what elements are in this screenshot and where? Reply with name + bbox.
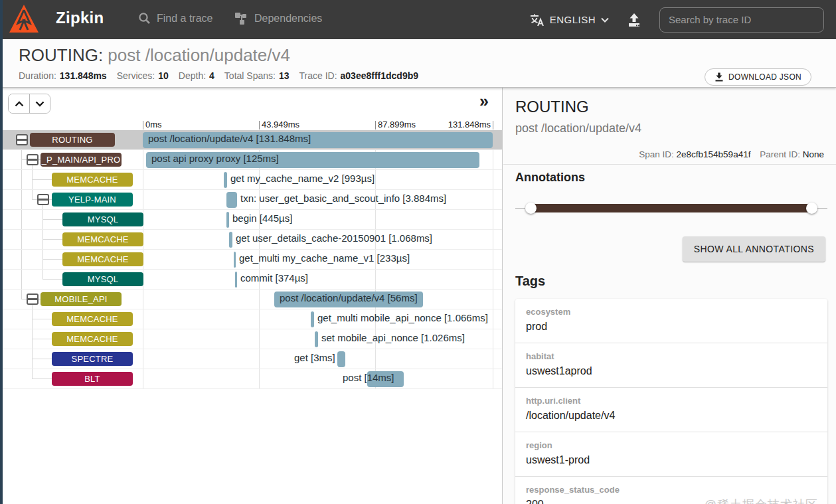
zipkin-logo-icon[interactable] xyxy=(8,3,40,35)
span-bar[interactable] xyxy=(224,172,227,188)
tag-row: http.uri.client/location/update/v4 xyxy=(515,388,827,432)
span-label: set mobile_api_nonce [1.026ms] xyxy=(321,332,465,343)
timeline-row[interactable]: ROUTINGpost /location/update/v4 [131.848… xyxy=(0,130,503,150)
service-badge[interactable]: ROUTING xyxy=(30,133,115,147)
timeline-row[interactable]: MEMCACHEset mobile_api_nonce [1.026ms] xyxy=(0,329,503,349)
search-input[interactable] xyxy=(659,7,824,33)
nav-find-a-trace-label: Find a trace xyxy=(157,13,212,25)
service-badge[interactable]: YELP-MAIN xyxy=(52,193,133,207)
trace-stat: Services:10 xyxy=(117,70,169,81)
download-icon xyxy=(714,72,724,82)
parent-id-label: Parent ID: xyxy=(760,149,800,159)
span-label: get user_details_cache-20150901 [1.068ms… xyxy=(236,232,432,244)
span-ids: Span ID: 2e8cfb154b59a41f Parent ID: Non… xyxy=(639,149,824,159)
span-bar[interactable] xyxy=(311,311,314,327)
span-bar[interactable] xyxy=(229,232,232,248)
collapse-toggle-icon[interactable] xyxy=(37,194,49,205)
slider-handle-left[interactable] xyxy=(525,203,537,214)
span-bar[interactable] xyxy=(226,212,229,228)
trace-stats: Duration:131.848msServices:10Depth:4Tota… xyxy=(19,70,418,81)
trace-title: ROUTING: post /location/update/v4 xyxy=(19,45,290,66)
service-badge[interactable]: MEMCACHE xyxy=(62,232,143,246)
span-bar[interactable] xyxy=(315,331,318,347)
timeline-panel: » 0ms43.949ms87.899ms131.848ms ROUTINGpo… xyxy=(0,88,503,504)
timeline-row[interactable]: SPECTREget [3ms] xyxy=(0,349,503,369)
slider-handle-right[interactable] xyxy=(806,203,817,214)
span-id-value: 2e8cfb154b59a41f xyxy=(677,149,751,159)
nav-dependencies[interactable]: Dependencies xyxy=(234,12,322,25)
tag-row: habitatuswest1aprod xyxy=(515,343,827,388)
collapse-toggle-icon[interactable] xyxy=(27,294,39,305)
dependencies-icon xyxy=(234,12,248,25)
span-label: post api proxy proxy [125ms] xyxy=(151,153,279,164)
timeline-row[interactable]: MYSQLcommit [374µs] xyxy=(0,270,503,290)
tag-key: http.uri.client xyxy=(526,394,817,407)
service-badge[interactable]: _P_MAIN/API_PRO xyxy=(41,153,122,167)
tag-value: uswest1aprod xyxy=(526,363,817,379)
search-icon xyxy=(138,12,151,25)
annotations-title: Annotations xyxy=(515,171,585,185)
axis-tick-label: 0ms xyxy=(145,120,162,129)
zipkin-app: Zipkin Find a trace Dependencies xyxy=(0,0,836,504)
timeline-row[interactable]: MEMCACHEget_multi my_cache_name_v1 [233µ… xyxy=(0,250,503,270)
download-json-label: DOWNLOAD JSON xyxy=(728,72,801,82)
service-badge[interactable]: MYSQL xyxy=(62,212,143,226)
span-bar[interactable] xyxy=(234,252,236,268)
service-badge[interactable]: MEMCACHE xyxy=(62,252,143,266)
service-badge[interactable]: SPECTRE xyxy=(52,352,133,366)
tag-row: ecosystemprod xyxy=(515,299,827,343)
tag-value: /location/update/v4 xyxy=(526,407,817,424)
service-badge[interactable]: MOBILE_API xyxy=(41,292,122,306)
prev-span-button[interactable] xyxy=(9,94,29,113)
watermark: @稀土掘金技术社区 xyxy=(705,497,818,504)
service-badge[interactable]: MEMCACHE xyxy=(52,173,133,187)
left-edge-strip xyxy=(0,0,3,504)
timeline-row[interactable]: YELP-MAINtxn: user_get_basic_and_scout_i… xyxy=(0,190,503,210)
next-span-button[interactable] xyxy=(29,94,50,113)
trace-stat: Total Spans:13 xyxy=(224,70,290,81)
detail-endpoint: post /location/update/v4 xyxy=(515,122,641,135)
timeline-row[interactable]: _P_MAIN/API_PROpost api proxy proxy [125… xyxy=(0,150,503,170)
service-badge[interactable]: BLT xyxy=(52,372,133,386)
tag-key: ecosystem xyxy=(526,305,817,318)
span-label: begin [445µs] xyxy=(232,212,292,224)
span-label: commit [374µs] xyxy=(240,272,308,284)
collapse-panel-icon[interactable]: » xyxy=(479,93,489,109)
tags-title: Tags xyxy=(515,274,545,289)
translate-icon xyxy=(530,13,544,27)
axis-tick xyxy=(143,121,143,129)
language-selector[interactable]: ENGLISH xyxy=(530,13,609,27)
timeline-row[interactable]: MEMCACHEget_multi mobile_api_nonce [1.06… xyxy=(0,309,503,329)
tags-card: ecosystemprodhabitatuswest1aprodhttp.uri… xyxy=(515,299,827,504)
chevron-down-icon xyxy=(601,17,609,23)
timeline-row[interactable]: MYSQLbegin [445µs] xyxy=(0,210,503,230)
collapse-toggle-icon[interactable] xyxy=(27,154,39,165)
service-badge[interactable]: MEMCACHE xyxy=(52,332,133,346)
annotations-range-slider xyxy=(515,199,827,218)
axis-tick-label: 131.848ms xyxy=(448,120,491,129)
trace-title-endpoint: post /location/update/v4 xyxy=(108,45,290,65)
timeline-row[interactable]: MEMCACHEget user_details_cache-20150901 … xyxy=(0,230,503,250)
show-all-annotations-button[interactable]: SHOW ALL ANNOTATIONS xyxy=(683,236,825,262)
detail-service-name: ROUTING xyxy=(515,98,589,116)
span-label: get [3ms] xyxy=(294,352,335,363)
service-badge[interactable]: MYSQL xyxy=(62,272,143,286)
span-bar[interactable] xyxy=(235,272,237,288)
timeline-row[interactable]: BLTpost [14ms] xyxy=(0,369,503,389)
parent-id-value: None xyxy=(803,149,824,159)
collapse-toggle-icon[interactable] xyxy=(16,134,28,145)
upload-icon[interactable] xyxy=(626,12,642,28)
span-bar[interactable] xyxy=(337,351,345,367)
timeline-row[interactable]: MOBILE_APIpost /location/update/v4 [56ms… xyxy=(0,290,503,309)
nav-find-a-trace[interactable]: Find a trace xyxy=(138,12,212,25)
span-bar[interactable] xyxy=(226,192,237,208)
axis-tick xyxy=(493,121,493,129)
download-json-button[interactable]: DOWNLOAD JSON xyxy=(705,68,811,86)
span-label: get_multi mobile_api_nonce [1.066ms] xyxy=(317,312,488,323)
trace-stat: Depth:4 xyxy=(179,70,214,81)
navbar: Zipkin Find a trace Dependencies xyxy=(0,0,836,39)
span-id-label: Span ID: xyxy=(639,149,674,159)
timeline-row[interactable]: MEMCACHEget my_cache_name_v2 [993µs] xyxy=(0,170,503,190)
service-badge[interactable]: MEMCACHE xyxy=(52,312,133,326)
slider-range[interactable] xyxy=(531,204,811,212)
